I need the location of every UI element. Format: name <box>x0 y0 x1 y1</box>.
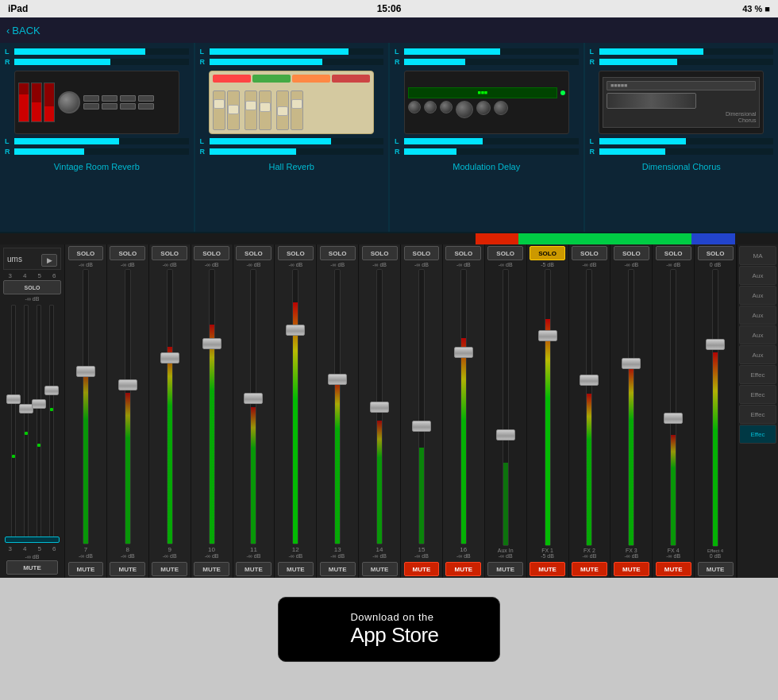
vu-meters-md-in: L R <box>395 48 579 66</box>
mixer-color-bars <box>0 233 778 244</box>
channel-strip-fx3: SOLO -∞ dB FX 3 -∞ dB MUTE <box>610 244 653 578</box>
right-panel-btn-effec2[interactable]: Effec <box>739 385 776 404</box>
solo-btn-9[interactable]: SOLO <box>152 246 187 260</box>
effects-row: L R <box>0 43 778 233</box>
app-store-text: Download on the App Store <box>350 611 438 648</box>
mute-btn-10[interactable]: MUTE <box>194 562 229 576</box>
channel-num-7: 7 <box>84 546 87 553</box>
effect-name-dc: Dimensional Chorus <box>642 162 721 171</box>
status-battery: 43 % ■ <box>742 4 770 13</box>
status-bar: iPad 15:06 43 % ■ <box>0 0 778 17</box>
mute-btn-fx1[interactable]: MUTE <box>530 562 565 576</box>
solo-btn-12[interactable]: SOLO <box>278 246 314 260</box>
channel-strip-aux-in: SOLO -∞ dB Aux In -∞ dB MUTE <box>485 244 527 578</box>
vu-meters-md-out: L R <box>395 137 579 156</box>
effect-panel-dimensional-chorus[interactable]: L R ■■■■■ DimensionalChorus L <box>585 43 779 232</box>
channel-strip-12: SOLO -∞ dB 12 -∞ dB MUTE <box>275 244 317 578</box>
right-panel-btn-ma[interactable]: MA <box>739 246 776 265</box>
effect-panel-vintage-room-reverb[interactable]: L R <box>0 43 195 232</box>
channel-strip-fx4: SOLO -∞ dB FX 4 -∞ dB MUTE <box>653 244 695 578</box>
vrr-device-image <box>14 71 179 134</box>
db-label-7: -∞ dB <box>79 262 93 267</box>
mute-btn-13[interactable]: MUTE <box>320 562 356 576</box>
effect-panel-hall-reverb[interactable]: L R <box>195 43 391 232</box>
status-time: 15:06 <box>377 3 402 14</box>
right-panel-btn-aux1[interactable]: Aux <box>739 266 776 285</box>
back-label: BACK <box>12 25 40 37</box>
effect-panel-modulation-delay[interactable]: L R ■■■ <box>390 43 585 232</box>
mute-btn-16[interactable]: MUTE <box>445 562 481 576</box>
solo-btn-13[interactable]: SOLO <box>320 246 356 260</box>
channel-strip-7: SOLO -∞ dB 7 -∞ dB MUTE <box>65 244 107 578</box>
mixer-section: ums ▶ 3 4 5 6 SOLO -∞ dB <box>0 244 778 578</box>
app-store-line1: Download on the <box>350 611 438 623</box>
right-panel-btn-effec4[interactable]: Effec <box>739 425 776 444</box>
channel-strip-15: SOLO -∞ dB 15 -∞ dB MUTE <box>401 244 443 578</box>
device-label: iPad <box>8 3 28 14</box>
hr-device-image <box>209 71 374 134</box>
transport-play-btn[interactable]: ▶ <box>41 254 57 267</box>
right-panel-btn-aux4[interactable]: Aux <box>739 325 776 344</box>
channel-strip-11: SOLO -∞ dB 11 -∞ dB MUTE <box>233 244 275 578</box>
track-name: ums <box>7 255 22 263</box>
mute-btn-effect4[interactable]: MUTE <box>698 562 734 576</box>
right-panel-btn-effec3[interactable]: Effec <box>739 405 776 424</box>
vrr-knob <box>58 91 80 113</box>
mute-btn-14[interactable]: MUTE <box>362 562 398 576</box>
vu-r-label: R <box>5 58 11 66</box>
channel-strip-13: SOLO -∞ dB 13 -∞ dB MUTE <box>317 244 359 578</box>
right-panel-btn-aux5[interactable]: Aux <box>739 345 776 364</box>
mute-btn-fx2[interactable]: MUTE <box>572 562 607 576</box>
mute-button-track[interactable]: MUTE <box>6 560 59 575</box>
channel-strips-container: SOLO -∞ dB 7 -∞ dB MUTE SOLO -∞ dB <box>65 244 737 578</box>
vu-meters-hr-out: L R <box>200 137 384 156</box>
solo-btn-fx4[interactable]: SOLO <box>656 246 691 260</box>
app-store-button[interactable]: Download on the App Store <box>278 597 500 662</box>
solo-btn-11[interactable]: SOLO <box>236 246 272 260</box>
mute-btn-12[interactable]: MUTE <box>278 562 314 576</box>
mute-btn-7[interactable]: MUTE <box>68 562 104 576</box>
solo-btn-aux-in[interactable]: SOLO <box>487 246 523 260</box>
right-panel-btn-effec1[interactable]: Effec <box>739 365 776 384</box>
solo-btn-fx1[interactable]: SOLO <box>530 246 565 260</box>
vu-meters-dc-out: L R <box>590 137 774 156</box>
mute-btn-8[interactable]: MUTE <box>110 562 145 576</box>
vu-l-bar <box>14 48 189 55</box>
vu-meters-dc-in: L R <box>590 48 774 66</box>
mute-btn-15[interactable]: MUTE <box>404 562 440 576</box>
back-button[interactable]: ‹ BACK <box>6 25 40 37</box>
vu-meters-hr-in: L R <box>200 48 384 66</box>
channel-strip-14: SOLO -∞ dB 14 -∞ dB MUTE <box>359 244 401 578</box>
solo-btn-7[interactable]: SOLO <box>68 246 104 260</box>
effect-name-vrr: Vintage Room Reverb <box>54 162 140 171</box>
channel-strip-10: SOLO -∞ dB 10 -∞ dB MUTE <box>191 244 233 578</box>
solo-btn-15[interactable]: SOLO <box>404 246 440 260</box>
right-panel-btn-aux2[interactable]: Aux <box>739 286 776 305</box>
mute-btn-fx3[interactable]: MUTE <box>614 562 649 576</box>
solo-btn-fx3[interactable]: SOLO <box>614 246 649 260</box>
track-header: ums ▶ 3 4 5 6 SOLO -∞ dB <box>0 244 65 578</box>
db-bottom-7: -∞ dB <box>79 553 93 559</box>
vu-r-bar <box>14 59 189 65</box>
effect-name-md: Modulation Delay <box>453 162 520 171</box>
solo-btn-fx2[interactable]: SOLO <box>572 246 607 260</box>
channel-strip-fx1: SOLO -5 dB FX 1 -5 dB MUTE <box>527 244 569 578</box>
mute-btn-aux-in[interactable]: MUTE <box>487 562 523 576</box>
solo-btn-8[interactable]: SOLO <box>110 246 145 260</box>
mute-btn-fx4[interactable]: MUTE <box>656 562 691 576</box>
solo-btn-10[interactable]: SOLO <box>194 246 229 260</box>
mute-btn-11[interactable]: MUTE <box>236 562 272 576</box>
solo-btn-effect4[interactable]: SOLO <box>698 246 734 260</box>
effect-name-hr: Hall Reverb <box>269 162 314 171</box>
solo-btn-14[interactable]: SOLO <box>362 246 398 260</box>
mute-btn-9[interactable]: MUTE <box>152 562 187 576</box>
status-device: iPad <box>8 3 28 14</box>
channel-strip-16: SOLO -∞ dB 16 -∞ dB MUTE <box>443 244 485 578</box>
right-panel-btn-aux3[interactable]: Aux <box>739 306 776 325</box>
vu-l-label: L <box>5 48 11 56</box>
nav-bar: ‹ BACK <box>0 17 778 43</box>
app-store-line2: App Store <box>350 623 438 648</box>
vrr-meters <box>18 83 55 122</box>
solo-btn-16[interactable]: SOLO <box>445 246 481 260</box>
vu-meters-out-vrr: L R <box>5 137 189 156</box>
